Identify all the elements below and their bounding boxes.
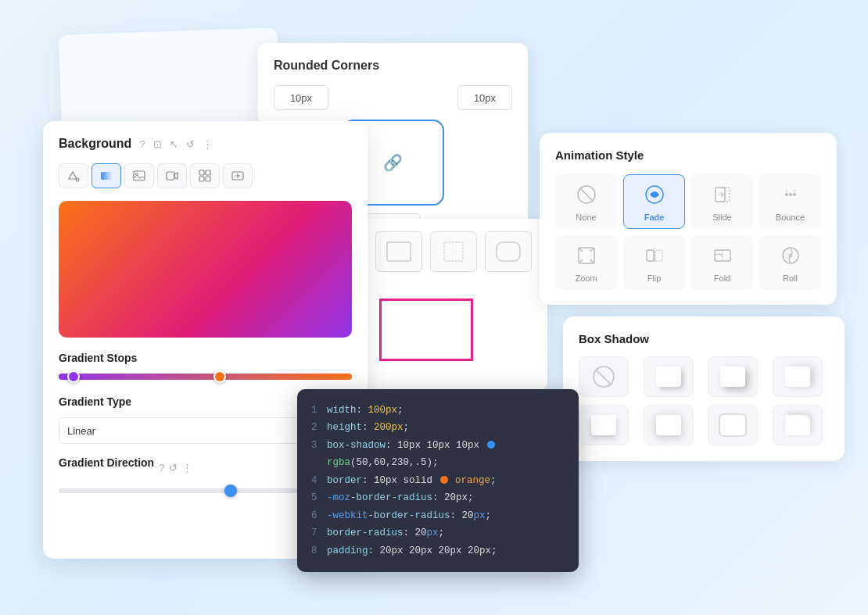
border-option-3[interactable] <box>430 231 477 272</box>
gradient-stops-label: Gradient Stops <box>59 352 352 364</box>
anim-item-none[interactable]: None <box>555 174 617 229</box>
undo-icon[interactable]: ↺ <box>186 138 195 150</box>
svg-rect-6 <box>206 170 210 175</box>
gradient-stop-orange[interactable] <box>213 370 226 383</box>
direction-reset-icon[interactable]: ↺ <box>169 462 178 474</box>
border-option-4[interactable] <box>485 231 532 272</box>
svg-rect-26 <box>655 250 662 261</box>
help-icon[interactable]: ? <box>139 138 145 150</box>
svg-rect-25 <box>647 250 654 261</box>
direction-track[interactable] <box>59 488 307 493</box>
svg-rect-13 <box>497 242 520 261</box>
box-shadow-title: Box Shadow <box>579 332 829 345</box>
gradient-preview <box>59 201 352 338</box>
bs-shadow-box-4 <box>591 415 616 435</box>
anim-label-slide: Slide <box>712 213 731 222</box>
anim-item-slide[interactable]: Slide <box>691 174 753 229</box>
svg-point-19 <box>785 193 788 196</box>
zoom-icon <box>573 242 600 269</box>
border-option-2[interactable] <box>375 231 422 272</box>
tool-paint-bucket[interactable] <box>59 163 88 188</box>
roll-icon <box>777 242 804 269</box>
anim-item-fold[interactable]: Fold <box>691 235 753 290</box>
tool-gradient[interactable] <box>91 163 121 188</box>
svg-rect-12 <box>444 242 463 261</box>
flip-icon <box>641 242 668 269</box>
bs-shadow-3[interactable] <box>773 356 823 397</box>
none-icon <box>573 181 600 208</box>
rc-link-icon: 🔗 <box>383 153 403 172</box>
bs-shadow-6[interactable] <box>708 405 758 445</box>
anim-label-fade: Fade <box>644 213 665 222</box>
gradient-stops-track[interactable] <box>59 374 352 380</box>
anim-label-flip: Flip <box>647 274 662 283</box>
background-header: Background ? ⊡ ↖ ↺ ⋮ <box>59 137 352 151</box>
anim-label-roll: Roll <box>783 274 798 283</box>
tool-pattern[interactable] <box>190 163 220 188</box>
bs-shadow-7[interactable] <box>773 405 823 445</box>
code-line-2: 2 height: 200px; <box>311 419 565 437</box>
box-shadow-panel: Box Shadow <box>563 316 845 461</box>
tool-slide[interactable] <box>223 163 253 188</box>
anim-item-fade[interactable]: Fade <box>623 174 685 229</box>
svg-rect-1 <box>101 172 112 180</box>
code-line-7: 7 border-radius: 20px; <box>311 524 565 542</box>
direction-more-icon[interactable]: ⋮ <box>182 462 192 474</box>
gradient-type-value: Linear <box>67 425 95 437</box>
code-line-1: 1 width: 100px; <box>311 402 565 420</box>
mobile-icon[interactable]: ⊡ <box>153 138 162 150</box>
pointer-icon[interactable]: ↖ <box>170 138 178 150</box>
svg-rect-4 <box>167 172 174 180</box>
code-line-3: 3 box-shadow: 10px 10px 10px rgba(50,60,… <box>311 437 565 472</box>
rc-input-top-right[interactable]: 10px <box>457 85 512 110</box>
background-title: Background <box>59 137 131 151</box>
background-toolbar <box>59 163 352 188</box>
fold-icon <box>709 242 736 269</box>
bs-shadow-box-6 <box>720 415 745 435</box>
pink-rect-preview <box>379 299 473 361</box>
direction-help-icon[interactable]: ? <box>159 462 164 474</box>
svg-rect-5 <box>199 170 204 175</box>
bounce-icon <box>777 181 804 208</box>
anim-item-bounce[interactable]: Bounce <box>759 174 821 229</box>
code-line-5: 5 -moz-border-radius: 20px; <box>311 489 565 507</box>
bs-none-icon <box>593 366 615 388</box>
svg-point-23 <box>793 190 795 192</box>
anim-item-zoom[interactable]: Zoom <box>555 235 617 290</box>
bs-shadow-2[interactable] <box>708 356 758 397</box>
anim-item-flip[interactable]: Flip <box>623 235 685 290</box>
bs-shadow-5[interactable] <box>644 405 694 445</box>
tool-video[interactable] <box>157 163 187 188</box>
bs-shadow-box-2 <box>720 366 745 387</box>
svg-rect-8 <box>206 177 210 181</box>
code-line-8: 8 padding: 20px 20px 20px 20px; <box>311 542 565 560</box>
svg-rect-11 <box>387 242 411 261</box>
slide-icon <box>709 181 736 208</box>
bs-shadow-box-3 <box>785 366 810 387</box>
bs-shadow-1[interactable] <box>644 356 694 397</box>
code-line-4: 4 border: 10px solid orange; <box>311 472 565 490</box>
gradient-stop-purple[interactable] <box>67 370 80 383</box>
more-icon[interactable]: ⋮ <box>203 138 213 150</box>
fade-icon <box>641 181 668 208</box>
anim-label-fold: Fold <box>714 274 730 283</box>
svg-point-20 <box>789 193 792 196</box>
anim-item-roll[interactable]: Roll <box>759 235 821 290</box>
anim-label-bounce: Bounce <box>776 213 805 222</box>
bs-none[interactable] <box>579 356 629 397</box>
svg-rect-2 <box>134 171 145 181</box>
bs-shadow-box-5 <box>656 415 681 435</box>
bs-shadow-4[interactable] <box>579 405 629 445</box>
svg-point-0 <box>76 178 79 181</box>
box-shadow-grid <box>579 356 829 445</box>
rounded-corners-title: Rounded Corners <box>274 59 512 73</box>
svg-rect-7 <box>199 177 204 181</box>
bs-shadow-box-7 <box>785 415 810 435</box>
tool-image[interactable] <box>124 163 154 188</box>
svg-point-21 <box>793 193 796 196</box>
gradient-direction-label: Gradient Direction <box>59 456 154 469</box>
code-tooltip: 1 width: 100px; 2 height: 200px; 3 box-s… <box>297 389 579 573</box>
rc-input-top-left[interactable]: 10px <box>274 85 328 110</box>
direction-thumb[interactable] <box>224 484 237 497</box>
anim-label-none: None <box>576 213 596 222</box>
